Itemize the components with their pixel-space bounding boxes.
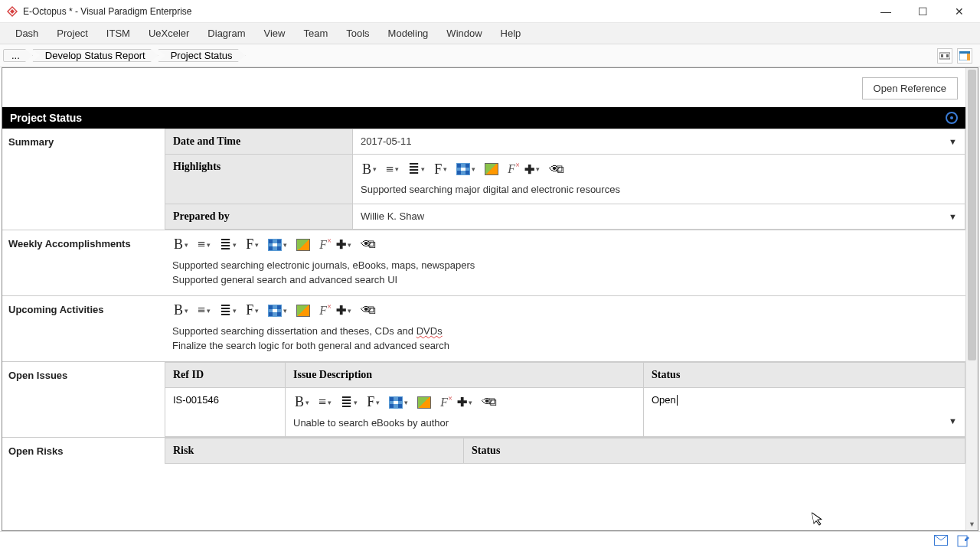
menu-diagram[interactable]: Diagram <box>207 28 245 39</box>
font-button[interactable]: F▾ <box>433 161 449 178</box>
menu-team[interactable]: Team <box>303 28 328 39</box>
svg-rect-8 <box>967 54 970 60</box>
table-button[interactable]: ▾ <box>455 163 477 175</box>
mail-icon[interactable] <box>934 535 948 549</box>
svg-rect-5 <box>946 54 949 57</box>
menu-dash[interactable]: Dash <box>15 28 38 39</box>
image-button[interactable] <box>416 396 433 409</box>
font-button[interactable]: F▾ <box>244 302 260 318</box>
weekly-editor[interactable]: B▾ ▾ ▾ F▾ ▾ F ▾ ⧉ Supported searching el… <box>165 230 965 295</box>
section-upcoming: Upcoming Activities B▾ ▾ ▾ F▾ ▾ F ▾ ⧉ Su… <box>2 296 965 362</box>
svg-rect-7 <box>959 51 970 54</box>
image-button[interactable] <box>295 239 312 251</box>
section-open-issues: Open Issues Ref ID Issue Description Sta… <box>2 362 965 439</box>
highlights-text: Supported searching major digital and el… <box>361 182 957 197</box>
titlebar: E-Octopus * - Visual Paradigm Enterprise… <box>0 0 980 23</box>
list-button[interactable]: ▾ <box>407 161 426 178</box>
section-weekly: Weekly Accomplishments B▾ ▾ ▾ F▾ ▾ F ▾ ⧉… <box>2 230 965 296</box>
table-button[interactable]: ▾ <box>266 305 289 317</box>
align-button[interactable]: ▾ <box>196 236 212 253</box>
weekly-text-1: Supported searching electronic journals,… <box>172 258 958 273</box>
chevron-down-icon[interactable]: ▼ <box>949 137 957 146</box>
panel-icon[interactable] <box>957 48 972 64</box>
menu-modeling[interactable]: Modeling <box>388 28 429 39</box>
chevron-down-icon[interactable]: ▼ <box>949 416 957 425</box>
menu-window[interactable]: Window <box>446 28 482 39</box>
insert-button[interactable]: ▾ <box>523 161 541 178</box>
window-controls: — ☐ ✕ <box>874 5 974 18</box>
insert-button[interactable]: ▾ <box>335 236 353 253</box>
scroll-thumb[interactable] <box>968 70 976 360</box>
close-button[interactable]: ✕ <box>948 5 971 18</box>
table-button[interactable]: ▾ <box>266 239 289 251</box>
layout-icon[interactable] <box>937 48 952 64</box>
align-button[interactable]: ▾ <box>196 302 212 318</box>
menu-view[interactable]: View <box>263 28 285 39</box>
font-button[interactable]: F▾ <box>244 236 260 253</box>
col-status: Status <box>644 362 965 387</box>
bold-button[interactable]: B▾ <box>172 236 190 253</box>
content-area: Open Reference Project Status Summary Da… <box>2 67 978 531</box>
chevron-down-icon[interactable]: ▼ <box>949 212 957 221</box>
find-button[interactable]: ⧉ <box>359 238 377 251</box>
text-cursor <box>677 395 678 406</box>
minimize-button[interactable]: — <box>874 5 897 18</box>
scroll-down-icon[interactable] <box>966 518 978 530</box>
list-button[interactable]: ▾ <box>218 302 238 319</box>
menu-tools[interactable]: Tools <box>346 28 369 39</box>
open-risks-label: Open Risks <box>2 438 165 465</box>
menu-uexceler[interactable]: UeXceler <box>149 28 189 39</box>
bold-button[interactable]: B▾ <box>172 302 190 318</box>
target-icon[interactable] <box>946 112 958 124</box>
vertical-scrollbar[interactable] <box>965 68 978 530</box>
summary-label: Summary <box>2 129 165 230</box>
cell-issue-desc[interactable]: B▾ ▾ ▾ F▾ ▾ F ▾ ⧉ Unable to search eBook… <box>286 387 644 437</box>
bold-button[interactable]: B▾ <box>293 394 311 410</box>
bold-button[interactable]: B▾ <box>361 161 378 178</box>
clear-format-button[interactable]: F <box>506 162 517 176</box>
find-button[interactable]: ⧉ <box>359 304 377 317</box>
rte-toolbar: B▾ ▾ ▾ F▾ ▾ F ▾ ⧉ <box>361 161 957 178</box>
insert-button[interactable]: ▾ <box>335 302 353 318</box>
breadcrumb-item-1[interactable]: Project Status <box>158 49 246 62</box>
align-button[interactable]: ▾ <box>384 161 400 178</box>
date-time-value[interactable]: 2017-05-11 ▼ <box>353 129 965 155</box>
menu-project[interactable]: Project <box>57 28 87 39</box>
breadcrumb-item-0[interactable]: Develop Status Report <box>32 49 158 62</box>
clear-format-button[interactable]: F <box>439 396 449 409</box>
clear-format-button[interactable]: F <box>318 304 328 318</box>
align-button[interactable]: ▾ <box>317 394 333 410</box>
image-button[interactable] <box>483 163 500 175</box>
open-reference-button[interactable]: Open Reference <box>862 77 958 99</box>
app-icon <box>6 5 18 18</box>
font-button[interactable]: F▾ <box>365 394 381 410</box>
highlights-editor[interactable]: B▾ ▾ ▾ F▾ ▾ F ▾ ⧉ Supported searching ma… <box>353 155 965 204</box>
edit-icon[interactable] <box>957 535 971 549</box>
table-button[interactable]: ▾ <box>387 396 410 409</box>
cell-ref-id[interactable]: IS-001546 <box>165 387 286 437</box>
list-button[interactable]: ▾ <box>339 394 359 411</box>
menu-help[interactable]: Help <box>501 28 521 39</box>
col-risk: Risk <box>165 439 464 464</box>
upcoming-text-2: Finalize the search logic for both gener… <box>172 338 958 354</box>
upcoming-text-1: Supported searching dissertation and the… <box>172 324 958 339</box>
image-button[interactable] <box>295 305 312 317</box>
page-title-bar: Project Status <box>2 107 965 129</box>
list-button[interactable]: ▾ <box>218 236 238 253</box>
cell-status[interactable]: Open ▼ <box>644 387 965 437</box>
upcoming-editor[interactable]: B▾ ▾ ▾ F▾ ▾ F ▾ ⧉ Supported searching di… <box>165 296 965 361</box>
table-row: IS-001546 B▾ ▾ ▾ F▾ ▾ F ▾ ⧉ <box>165 387 965 437</box>
find-button[interactable]: ⧉ <box>547 163 566 176</box>
insert-button[interactable]: ▾ <box>456 394 474 410</box>
menu-itsm[interactable]: ITSM <box>106 28 130 39</box>
breadcrumb-root[interactable]: ... <box>3 49 33 62</box>
col-ref-id: Ref ID <box>165 362 286 387</box>
weekly-text-2: Supported general search and advanced se… <box>172 272 958 288</box>
find-button[interactable]: ⧉ <box>480 396 498 409</box>
section-open-risks: Open Risks Risk Status <box>2 438 965 465</box>
rte-toolbar: B▾ ▾ ▾ F▾ ▾ F ▾ ⧉ <box>172 302 958 319</box>
clear-format-button[interactable]: F <box>318 238 328 252</box>
prepared-by-value[interactable]: Willie K. Shaw ▼ <box>353 204 965 229</box>
menubar: Dash Project ITSM UeXceler Diagram View … <box>0 23 980 44</box>
maximize-button[interactable]: ☐ <box>911 5 934 18</box>
